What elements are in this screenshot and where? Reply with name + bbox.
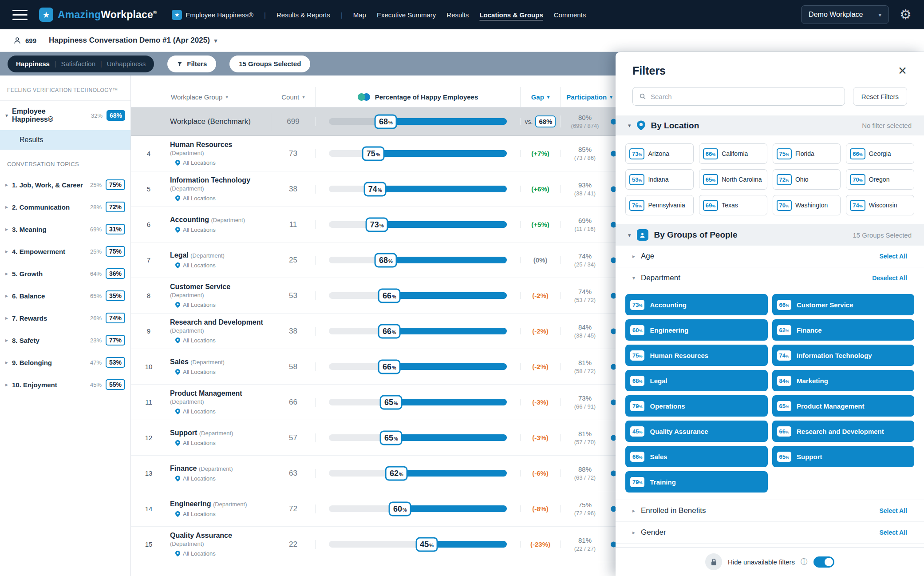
department-chip-operations[interactable]: 79% Operations <box>625 395 768 417</box>
nav-executive-summary[interactable]: Executive Summary <box>377 11 436 19</box>
sidebar-topic-2-communication[interactable]: ▸ 2. Communication 28% 72% <box>0 196 130 218</box>
department-chip-training[interactable]: 79% Training <box>625 471 768 493</box>
location-percent-badge: 70% <box>777 200 792 211</box>
nav-results-reports[interactable]: Results & Reports <box>276 11 330 19</box>
select-all-age-link[interactable]: Select All <box>879 253 907 260</box>
department-chip-product-management[interactable]: 65% Product Management <box>772 395 915 417</box>
row-rank: 5 <box>131 185 166 193</box>
department-name: Legal <box>650 377 667 385</box>
department-chip-support[interactable]: 65% Support <box>772 446 915 467</box>
header-count[interactable]: Count▾ <box>271 87 316 107</box>
location-name: Indiana <box>648 176 668 183</box>
location-chip-pennsylvania[interactable]: 76% Pennsylvania <box>625 195 694 215</box>
nav-comments[interactable]: Comments <box>554 11 586 19</box>
header-participation[interactable]: Participation▾ <box>561 87 618 107</box>
search-input[interactable] <box>651 93 838 100</box>
sidebar-topic-4-empowerment[interactable]: ▸ 4. Empowerment 25% 75% <box>0 240 130 262</box>
filter-group-gender[interactable]: ▸ Gender Select All <box>616 522 924 544</box>
filter-group-benefits[interactable]: ▸ Enrolled in Benefits Select All <box>616 500 924 522</box>
group-type: (Department) <box>170 292 204 298</box>
close-icon[interactable]: ✕ <box>898 65 907 76</box>
sidebar-topic-6-balance[interactable]: ▸ 6. Balance 65% 35% <box>0 285 130 307</box>
location-chip-washington[interactable]: 70% Washington <box>773 195 841 215</box>
nav-employee-happiness[interactable]: ★Employee Happiness® <box>172 10 253 20</box>
tab-unhappiness[interactable]: Unhappiness <box>107 60 146 68</box>
department-chip-quality-assurance[interactable]: 45% Quality Assurance <box>625 421 768 442</box>
nav-results[interactable]: Results <box>446 11 469 19</box>
location-chip-oregon[interactable]: 70% Oregon <box>846 169 914 190</box>
sidebar-topic-7-rewards[interactable]: ▸ 7. Rewards 26% 74% <box>0 307 130 329</box>
row-rank: 9 <box>131 327 166 335</box>
row-rank: 12 <box>131 434 166 441</box>
unhappy-percent: 32% <box>91 112 103 119</box>
row-rank: 11 <box>131 398 166 406</box>
percentage-badge: 68% <box>375 253 397 267</box>
sidebar-item-results[interactable]: Results <box>0 130 130 150</box>
deselect-all-department-link[interactable]: Deselect All <box>872 274 907 282</box>
department-percent-badge: 75% <box>630 350 644 361</box>
filter-group-department[interactable]: ▾ Department Deselect All <box>616 267 924 289</box>
select-all-gender-link[interactable]: Select All <box>879 529 907 536</box>
sidebar-employee-happiness[interactable]: ▾ Employee Happiness® 32% 68% <box>0 101 130 130</box>
conversation-selector[interactable]: Happiness Conversation Demo #1 (Apr 2025… <box>49 36 217 45</box>
hide-unavailable-toggle[interactable] <box>813 556 834 568</box>
header-workplace-group[interactable]: Workplace Group▾ <box>166 87 271 107</box>
location-chip-indiana[interactable]: 53% Indiana <box>625 169 694 190</box>
filters-button[interactable]: Filters <box>167 56 216 72</box>
department-chip-customer-service[interactable]: 66% Customer Service <box>772 294 915 315</box>
sidebar-topic-3-meaning[interactable]: ▸ 3. Meaning 69% 31% <box>0 218 130 240</box>
location-chip-california[interactable]: 66% California <box>699 143 767 164</box>
department-chip-research-and-development[interactable]: 66% Research and Development <box>772 421 915 442</box>
participation-value: 84%(38 / 45) <box>561 323 618 339</box>
department-chip-marketing[interactable]: 84% Marketing <box>772 370 915 391</box>
gap-value: (-2%) <box>521 327 561 335</box>
location-chip-wisconsin[interactable]: 74% Wisconsin <box>846 195 914 215</box>
percentage-badge: 75% <box>362 146 385 161</box>
sidebar-topic-8-safety[interactable]: ▸ 8. Safety 23% 77% <box>0 329 130 351</box>
filter-group-age[interactable]: ▸ Age Select All <box>616 246 924 267</box>
participation-value: 81%(22 / 27) <box>561 536 618 552</box>
sidebar-topic-9-belonging[interactable]: ▸ 9. Belonging 47% 53% <box>0 351 130 373</box>
sidebar-topic-10-enjoyment[interactable]: ▸ 10. Enjoyment 45% 55% <box>0 373 130 396</box>
location-pin-icon <box>175 476 180 481</box>
tab-satisfaction[interactable]: Satisfaction <box>61 60 96 68</box>
nav-locations-groups[interactable]: Locations & Groups <box>479 11 543 19</box>
department-chip-finance[interactable]: 62% Finance <box>772 319 915 341</box>
groups-selected-button[interactable]: 15 Groups Selected <box>229 56 310 72</box>
department-chip-information-technology[interactable]: 74% Information Technology <box>772 345 915 366</box>
employee-count[interactable]: 699 <box>13 36 36 44</box>
workspace-selector[interactable]: Demo Workplace ▾ <box>801 5 889 24</box>
department-chip-sales[interactable]: 66% Sales <box>625 446 768 467</box>
location-percent-badge: 75% <box>777 148 792 159</box>
main-nav: ★Employee Happiness®|Results & Reports|M… <box>172 10 801 20</box>
sidebar-topic-1-job-work-career[interactable]: ▸ 1. Job, Work, & Career 25% 75% <box>0 174 130 196</box>
department-chip-engineering[interactable]: 60% Engineering <box>625 319 768 341</box>
select-all-benefits-link[interactable]: Select All <box>879 507 907 514</box>
reset-filters-button[interactable]: Reset Filters <box>853 87 907 106</box>
location-chip-arizona[interactable]: 73% Arizona <box>625 143 694 164</box>
search-icon <box>639 93 646 100</box>
app-logo[interactable]: ★ AmazingWorkplace® <box>39 8 157 22</box>
location-chip-north-carolina[interactable]: 65% North Carolina <box>699 169 767 190</box>
section-by-location[interactable]: ▾ By Location No filter selected <box>616 115 924 135</box>
header-gap[interactable]: Gap▾ <box>521 87 561 107</box>
tab-happiness[interactable]: Happiness <box>16 60 50 68</box>
department-chip-accounting[interactable]: 73% Accounting <box>625 294 768 315</box>
department-chip-human-resources[interactable]: 75% Human Resources <box>625 345 768 366</box>
nav-map[interactable]: Map <box>353 11 366 19</box>
department-chip-legal[interactable]: 68% Legal <box>625 370 768 391</box>
location-chip-texas[interactable]: 69% Texas <box>699 195 767 215</box>
group-type: (Department) <box>170 398 204 405</box>
settings-gear-icon[interactable]: ⚙ <box>900 8 912 21</box>
chevron-right-icon: ▸ <box>5 182 8 188</box>
logo-star-icon: ★ <box>39 8 53 22</box>
topnav-right: Demo Workplace ▾ ⚙ <box>801 5 912 24</box>
menu-icon[interactable] <box>12 10 28 20</box>
section-by-groups[interactable]: ▾ By Groups of People 15 Groups Selected <box>616 224 924 246</box>
location-chip-ohio[interactable]: 72% Ohio <box>773 169 841 190</box>
location-chip-georgia[interactable]: 66% Georgia <box>846 143 914 164</box>
location-chip-florida[interactable]: 75% Florida <box>773 143 841 164</box>
sidebar-topic-5-growth[interactable]: ▸ 5. Growth 64% 36% <box>0 262 130 285</box>
chevron-down-icon: ▾ <box>628 232 631 238</box>
gap-value: (0%) <box>521 256 561 264</box>
